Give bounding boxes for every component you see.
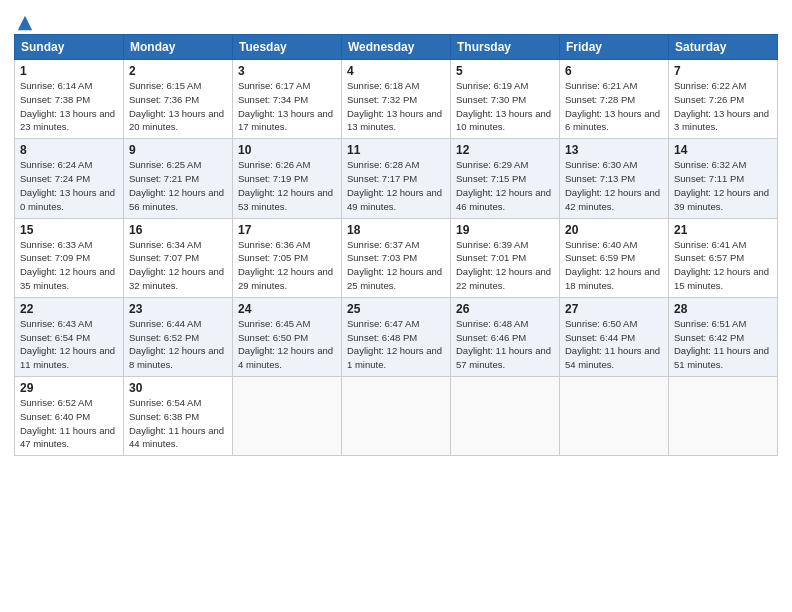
calendar-cell: 26Sunrise: 6:48 AMSunset: 6:46 PMDayligh… — [451, 297, 560, 376]
day-info: Sunrise: 6:24 AMSunset: 7:24 PMDaylight:… — [20, 159, 115, 211]
logo-text — [14, 14, 34, 32]
day-of-week-header: Wednesday — [342, 35, 451, 60]
day-info: Sunrise: 6:48 AMSunset: 6:46 PMDaylight:… — [456, 318, 551, 370]
calendar-cell: 11Sunrise: 6:28 AMSunset: 7:17 PMDayligh… — [342, 139, 451, 218]
day-info: Sunrise: 6:32 AMSunset: 7:11 PMDaylight:… — [674, 159, 769, 211]
calendar-cell: 25Sunrise: 6:47 AMSunset: 6:48 PMDayligh… — [342, 297, 451, 376]
day-number: 14 — [674, 143, 772, 157]
calendar-cell: 24Sunrise: 6:45 AMSunset: 6:50 PMDayligh… — [233, 297, 342, 376]
calendar-cell: 9Sunrise: 6:25 AMSunset: 7:21 PMDaylight… — [124, 139, 233, 218]
day-number: 18 — [347, 223, 445, 237]
day-number: 16 — [129, 223, 227, 237]
calendar-cell: 22Sunrise: 6:43 AMSunset: 6:54 PMDayligh… — [15, 297, 124, 376]
calendar-cell: 28Sunrise: 6:51 AMSunset: 6:42 PMDayligh… — [669, 297, 778, 376]
calendar-cell — [669, 377, 778, 456]
calendar-cell: 17Sunrise: 6:36 AMSunset: 7:05 PMDayligh… — [233, 218, 342, 297]
calendar-cell: 30Sunrise: 6:54 AMSunset: 6:38 PMDayligh… — [124, 377, 233, 456]
day-info: Sunrise: 6:41 AMSunset: 6:57 PMDaylight:… — [674, 239, 769, 291]
day-info: Sunrise: 6:22 AMSunset: 7:26 PMDaylight:… — [674, 80, 769, 132]
day-info: Sunrise: 6:14 AMSunset: 7:38 PMDaylight:… — [20, 80, 115, 132]
day-number: 29 — [20, 381, 118, 395]
calendar-cell: 8Sunrise: 6:24 AMSunset: 7:24 PMDaylight… — [15, 139, 124, 218]
svg-marker-0 — [18, 16, 32, 30]
day-info: Sunrise: 6:52 AMSunset: 6:40 PMDaylight:… — [20, 397, 115, 449]
day-info: Sunrise: 6:30 AMSunset: 7:13 PMDaylight:… — [565, 159, 660, 211]
day-number: 30 — [129, 381, 227, 395]
day-number: 11 — [347, 143, 445, 157]
day-info: Sunrise: 6:43 AMSunset: 6:54 PMDaylight:… — [20, 318, 115, 370]
day-info: Sunrise: 6:25 AMSunset: 7:21 PMDaylight:… — [129, 159, 224, 211]
calendar-cell: 14Sunrise: 6:32 AMSunset: 7:11 PMDayligh… — [669, 139, 778, 218]
header — [14, 10, 778, 28]
calendar-cell: 20Sunrise: 6:40 AMSunset: 6:59 PMDayligh… — [560, 218, 669, 297]
day-info: Sunrise: 6:33 AMSunset: 7:09 PMDaylight:… — [20, 239, 115, 291]
day-info: Sunrise: 6:36 AMSunset: 7:05 PMDaylight:… — [238, 239, 333, 291]
calendar-cell: 1Sunrise: 6:14 AMSunset: 7:38 PMDaylight… — [15, 60, 124, 139]
day-number: 4 — [347, 64, 445, 78]
day-of-week-header: Friday — [560, 35, 669, 60]
calendar-cell: 15Sunrise: 6:33 AMSunset: 7:09 PMDayligh… — [15, 218, 124, 297]
day-number: 8 — [20, 143, 118, 157]
day-number: 7 — [674, 64, 772, 78]
day-info: Sunrise: 6:26 AMSunset: 7:19 PMDaylight:… — [238, 159, 333, 211]
calendar-cell: 19Sunrise: 6:39 AMSunset: 7:01 PMDayligh… — [451, 218, 560, 297]
calendar-body: 1Sunrise: 6:14 AMSunset: 7:38 PMDaylight… — [15, 60, 778, 456]
day-info: Sunrise: 6:44 AMSunset: 6:52 PMDaylight:… — [129, 318, 224, 370]
calendar-cell: 13Sunrise: 6:30 AMSunset: 7:13 PMDayligh… — [560, 139, 669, 218]
day-number: 20 — [565, 223, 663, 237]
day-info: Sunrise: 6:51 AMSunset: 6:42 PMDaylight:… — [674, 318, 769, 370]
day-number: 26 — [456, 302, 554, 316]
calendar-cell: 29Sunrise: 6:52 AMSunset: 6:40 PMDayligh… — [15, 377, 124, 456]
day-number: 3 — [238, 64, 336, 78]
calendar-cell: 18Sunrise: 6:37 AMSunset: 7:03 PMDayligh… — [342, 218, 451, 297]
day-of-week-header: Thursday — [451, 35, 560, 60]
calendar-header-row: SundayMondayTuesdayWednesdayThursdayFrid… — [15, 35, 778, 60]
calendar: SundayMondayTuesdayWednesdayThursdayFrid… — [14, 34, 778, 456]
day-info: Sunrise: 6:18 AMSunset: 7:32 PMDaylight:… — [347, 80, 442, 132]
day-of-week-header: Monday — [124, 35, 233, 60]
calendar-cell: 5Sunrise: 6:19 AMSunset: 7:30 PMDaylight… — [451, 60, 560, 139]
calendar-cell: 7Sunrise: 6:22 AMSunset: 7:26 PMDaylight… — [669, 60, 778, 139]
day-number: 27 — [565, 302, 663, 316]
calendar-cell — [451, 377, 560, 456]
day-info: Sunrise: 6:28 AMSunset: 7:17 PMDaylight:… — [347, 159, 442, 211]
day-number: 5 — [456, 64, 554, 78]
logo-icon — [16, 14, 34, 32]
day-number: 22 — [20, 302, 118, 316]
day-info: Sunrise: 6:40 AMSunset: 6:59 PMDaylight:… — [565, 239, 660, 291]
calendar-cell: 27Sunrise: 6:50 AMSunset: 6:44 PMDayligh… — [560, 297, 669, 376]
calendar-cell: 16Sunrise: 6:34 AMSunset: 7:07 PMDayligh… — [124, 218, 233, 297]
day-number: 23 — [129, 302, 227, 316]
calendar-cell: 4Sunrise: 6:18 AMSunset: 7:32 PMDaylight… — [342, 60, 451, 139]
day-number: 24 — [238, 302, 336, 316]
logo — [14, 14, 34, 28]
day-info: Sunrise: 6:34 AMSunset: 7:07 PMDaylight:… — [129, 239, 224, 291]
calendar-cell: 21Sunrise: 6:41 AMSunset: 6:57 PMDayligh… — [669, 218, 778, 297]
calendar-cell — [560, 377, 669, 456]
day-info: Sunrise: 6:47 AMSunset: 6:48 PMDaylight:… — [347, 318, 442, 370]
calendar-cell: 10Sunrise: 6:26 AMSunset: 7:19 PMDayligh… — [233, 139, 342, 218]
day-info: Sunrise: 6:45 AMSunset: 6:50 PMDaylight:… — [238, 318, 333, 370]
day-number: 9 — [129, 143, 227, 157]
day-info: Sunrise: 6:21 AMSunset: 7:28 PMDaylight:… — [565, 80, 660, 132]
calendar-cell: 3Sunrise: 6:17 AMSunset: 7:34 PMDaylight… — [233, 60, 342, 139]
day-number: 12 — [456, 143, 554, 157]
calendar-cell: 23Sunrise: 6:44 AMSunset: 6:52 PMDayligh… — [124, 297, 233, 376]
day-number: 25 — [347, 302, 445, 316]
calendar-cell: 6Sunrise: 6:21 AMSunset: 7:28 PMDaylight… — [560, 60, 669, 139]
day-number: 17 — [238, 223, 336, 237]
day-info: Sunrise: 6:17 AMSunset: 7:34 PMDaylight:… — [238, 80, 333, 132]
calendar-cell: 2Sunrise: 6:15 AMSunset: 7:36 PMDaylight… — [124, 60, 233, 139]
day-number: 6 — [565, 64, 663, 78]
page: SundayMondayTuesdayWednesdayThursdayFrid… — [0, 0, 792, 612]
day-number: 1 — [20, 64, 118, 78]
day-of-week-header: Tuesday — [233, 35, 342, 60]
day-of-week-header: Sunday — [15, 35, 124, 60]
day-info: Sunrise: 6:37 AMSunset: 7:03 PMDaylight:… — [347, 239, 442, 291]
day-number: 21 — [674, 223, 772, 237]
day-info: Sunrise: 6:50 AMSunset: 6:44 PMDaylight:… — [565, 318, 660, 370]
day-of-week-header: Saturday — [669, 35, 778, 60]
day-number: 13 — [565, 143, 663, 157]
day-number: 19 — [456, 223, 554, 237]
day-number: 28 — [674, 302, 772, 316]
